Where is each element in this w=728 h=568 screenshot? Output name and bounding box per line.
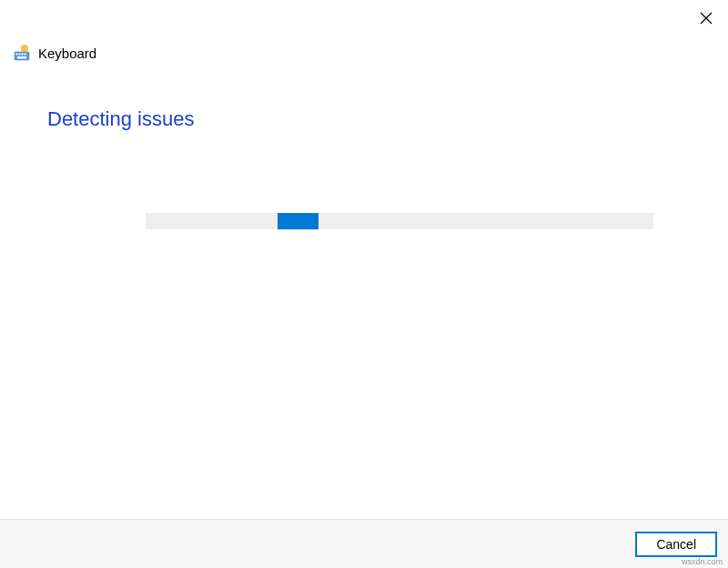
status-heading: Detecting issues bbox=[47, 107, 681, 131]
close-icon bbox=[700, 12, 713, 25]
dialog-title: Keyboard bbox=[38, 46, 96, 61]
progress-fill bbox=[278, 213, 318, 229]
dialog-footer: Cancel bbox=[0, 519, 728, 568]
content-area: Detecting issues bbox=[47, 107, 681, 229]
svg-rect-5 bbox=[19, 54, 21, 56]
keyboard-icon bbox=[13, 44, 31, 62]
svg-rect-4 bbox=[16, 54, 18, 56]
svg-rect-3 bbox=[15, 52, 29, 60]
cancel-button[interactable]: Cancel bbox=[635, 532, 717, 557]
progress-bar bbox=[146, 213, 653, 229]
svg-rect-6 bbox=[22, 54, 24, 56]
close-button[interactable] bbox=[695, 7, 717, 29]
svg-rect-7 bbox=[25, 54, 26, 56]
svg-point-2 bbox=[21, 45, 28, 52]
dialog-header: Keyboard bbox=[13, 44, 96, 62]
watermark: wsxdn.com bbox=[682, 557, 723, 566]
svg-rect-8 bbox=[17, 56, 26, 59]
